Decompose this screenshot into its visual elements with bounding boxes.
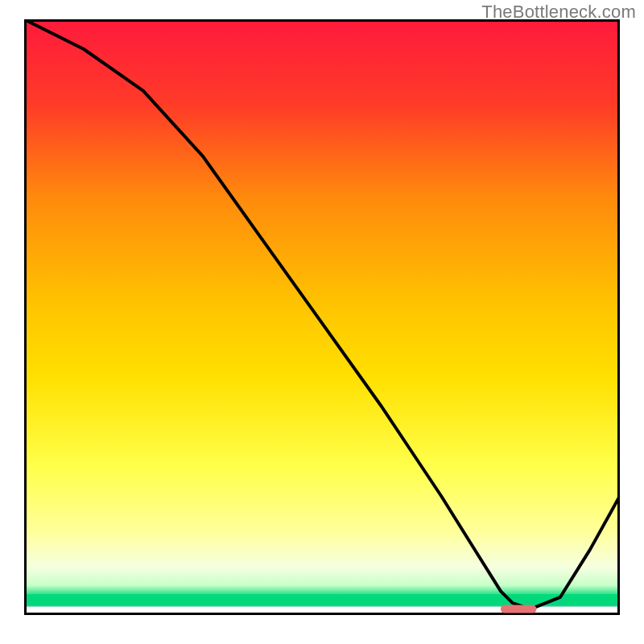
green-band bbox=[24, 594, 620, 605]
bottleneck-chart bbox=[24, 19, 620, 615]
chart-background bbox=[24, 19, 620, 615]
chart-container bbox=[24, 19, 620, 615]
optimal-marker bbox=[501, 605, 536, 613]
